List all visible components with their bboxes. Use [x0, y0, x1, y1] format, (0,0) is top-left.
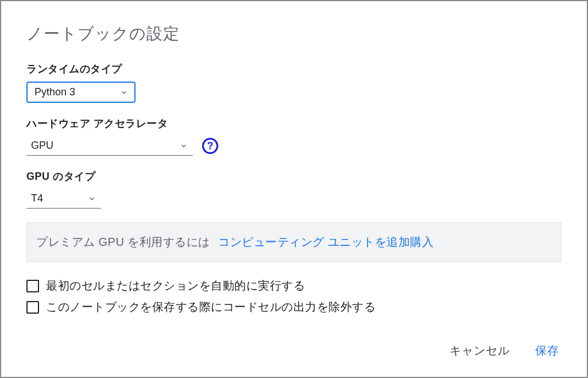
- runtime-type-select[interactable]: Python 3: [26, 82, 136, 103]
- gpu-type-field: GPU のタイプ T4: [26, 169, 562, 209]
- dialog-title: ノートブックの設定: [26, 23, 562, 45]
- help-icon[interactable]: ?: [202, 138, 218, 154]
- banner-text: プレミアム GPU を利用するには: [36, 236, 210, 248]
- gpu-type-label: GPU のタイプ: [26, 169, 562, 183]
- omit-output-checkbox-label: このノートブックを保存する際にコードセルの出力を除外する: [46, 299, 376, 315]
- chevron-down-icon: [179, 141, 188, 151]
- hardware-accelerator-label: ハードウェア アクセラレータ: [26, 117, 562, 130]
- omit-output-checkbox-row: このノートブックを保存する際にコードセルの出力を除外する: [26, 299, 562, 315]
- autorun-checkbox-label: 最初のセルまたはセクションを自動的に実行する: [46, 278, 305, 294]
- runtime-type-field: ランタイムのタイプ Python 3: [26, 62, 562, 103]
- runtime-type-label: ランタイムのタイプ: [26, 62, 562, 76]
- dialog-actions: キャンセル 保存: [447, 338, 562, 363]
- chevron-down-icon: [87, 194, 96, 203]
- omit-output-checkbox[interactable]: [26, 301, 39, 314]
- premium-gpu-banner: プレミアム GPU を利用するには コンピューティング ユニットを追加購入: [26, 222, 562, 262]
- gpu-type-select[interactable]: T4: [26, 189, 101, 209]
- hardware-accelerator-select[interactable]: GPU: [26, 136, 193, 156]
- autorun-checkbox[interactable]: [26, 280, 39, 292]
- hardware-accelerator-value: GPU: [31, 140, 53, 152]
- gpu-type-value: T4: [31, 192, 43, 205]
- autorun-checkbox-row: 最初のセルまたはセクションを自動的に実行する: [26, 278, 562, 294]
- runtime-type-value: Python 3: [34, 86, 75, 98]
- chevron-down-icon: [119, 88, 129, 97]
- cancel-button[interactable]: キャンセル: [447, 338, 512, 363]
- hardware-accelerator-field: ハードウェア アクセラレータ GPU ?: [26, 117, 562, 156]
- save-button[interactable]: 保存: [533, 338, 562, 363]
- buy-compute-units-link[interactable]: コンピューティング ユニットを追加購入: [218, 236, 434, 248]
